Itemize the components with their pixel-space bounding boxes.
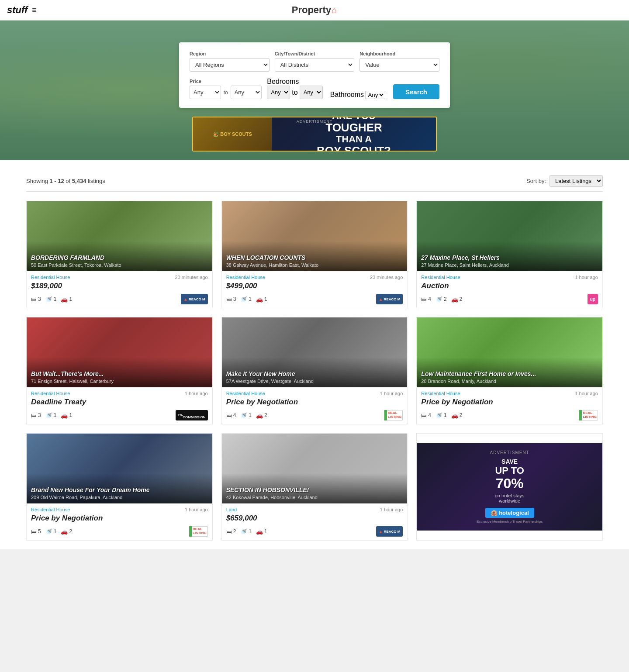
hero-ad-banner[interactable]: ADVERTISMENT 🏕️ BOY SCOUTS ARE YOU TOUGH… — [192, 117, 437, 152]
property-type: Residential House — [31, 391, 70, 396]
stuff-logo[interactable]: stuff — [7, 4, 28, 16]
features-list: 🛏 4 🚿 2 🚗 2 — [421, 296, 462, 303]
sort-area: Sort by: Latest Listings — [526, 175, 603, 187]
bath-icon: 🚿 — [240, 296, 247, 303]
garage-count: 2 — [460, 296, 463, 302]
property-features: 🛏 4 🚿 2 🚗 2 up — [421, 294, 598, 304]
baths-feature: 🚿 1 — [240, 412, 252, 419]
agent-logo: REALLISTING — [189, 526, 208, 537]
property-logo-text: Property — [292, 4, 331, 16]
hotelogical-ad[interactable]: ADVERTISMENT SAVE UP TO 70% on hotel sta… — [417, 443, 602, 531]
garage-icon: 🚗 — [451, 412, 458, 419]
city-select[interactable]: All Districts — [275, 58, 355, 72]
property-type: Land — [226, 507, 237, 512]
property-address-overlay: 209 Old Wairoa Road, Papakura, Auckland — [31, 495, 208, 500]
property-features: 🛏 4 🚿 1 🚗 2 REALLISTING — [421, 410, 598, 420]
property-type: Residential House — [421, 275, 460, 280]
city-label: City/Town/District — [275, 51, 355, 56]
price-field: Price Any to Any — [190, 79, 262, 99]
baths-count: 1 — [249, 412, 252, 418]
property-title: BORDERING FARMLAND — [31, 254, 208, 262]
property-time: 1 hour ago — [380, 391, 403, 396]
bed-to-label: to — [292, 89, 297, 96]
property-card[interactable]: BORDERING FARMLAND 50 East Parkdale Stre… — [26, 201, 213, 308]
price-to-select[interactable]: Any — [231, 86, 262, 99]
garage-count: 1 — [69, 296, 72, 302]
property-card[interactable]: SECTION IN HOBSONVILLE! 42 Kokowai Parad… — [221, 433, 408, 541]
property-image: BORDERING FARMLAND 50 East Parkdale Stre… — [27, 201, 212, 271]
property-logo[interactable]: Property ⌂ — [292, 4, 338, 16]
property-meta: Residential House 1 hour ago — [421, 391, 598, 396]
property-address-overlay: 28 Brandon Road, Manly, Auckland — [421, 379, 598, 384]
search-button[interactable]: Search — [393, 84, 439, 99]
property-meta: Land 1 hour ago — [226, 507, 403, 512]
property-info: Residential House 23 minutes ago $499,00… — [222, 271, 408, 308]
garage-feature: 🚗 2 — [451, 296, 463, 303]
garage-count: 1 — [264, 296, 267, 302]
price-label: Price — [190, 79, 262, 84]
agent-logo: ▲REACO M — [181, 294, 208, 304]
property-price: $659,000 — [226, 514, 403, 523]
agent-logo: REALLISTING — [384, 410, 403, 420]
price-from-select[interactable]: Any — [190, 86, 221, 99]
garage-icon: 🚗 — [61, 528, 68, 535]
property-title: But Wait...There's More... — [31, 370, 208, 378]
garage-feature: 🚗 1 — [256, 528, 267, 535]
hotel-sub-text: on hotel staysworldwide — [495, 493, 525, 503]
beds-feature: 🛏 4 — [226, 412, 236, 419]
listings-area: Showing 1 - 12 of 5,434 listings Sort by… — [0, 160, 629, 549]
baths-feature: 🚿 2 — [435, 296, 447, 303]
bath-icon: 🚿 — [45, 528, 52, 535]
baths-count: 1 — [249, 528, 252, 534]
hotel-save-text: SAVE UP TO 70% — [495, 458, 524, 491]
beds-feature: 🛏 3 — [31, 412, 41, 419]
property-features: 🛏 3 🚿 1 🚗 1 ▲REACO M — [226, 294, 403, 304]
property-card[interactable]: Brand New House For Your Dream Home 209 … — [26, 433, 213, 541]
property-features: 🛏 5 🚿 1 🚗 2 REALLISTING — [31, 526, 208, 537]
property-time: 1 hour ago — [575, 391, 598, 396]
image-overlay: SECTION IN HOBSONVILLE! 42 Kokowai Parad… — [222, 473, 408, 503]
property-image: But Wait...There's More... 71 Ensign Str… — [27, 317, 212, 387]
search-box: Region All Regions City/Town/District Al… — [179, 42, 450, 108]
property-card[interactable]: Low Maintenance First Home or Inves... 2… — [416, 317, 603, 424]
property-image: 27 Maxine Place, St Heliers 27 Maxine Pl… — [417, 201, 602, 271]
garage-icon: 🚗 — [256, 296, 263, 303]
bathrooms-field: Bathrooms Any — [330, 91, 388, 99]
agent-logo: REALLISTING — [579, 410, 598, 420]
bedrooms-from-select[interactable]: Any — [267, 86, 290, 99]
property-price: $499,000 — [226, 282, 403, 290]
garage-feature: 🚗 2 — [451, 412, 463, 419]
image-overlay: BORDERING FARMLAND 50 East Parkdale Stre… — [27, 241, 212, 271]
neighbourhood-select[interactable]: Value — [359, 58, 439, 72]
property-price: $189,000 — [31, 282, 208, 290]
property-card[interactable]: Make It Your New Home 57A Westgate Drive… — [221, 317, 408, 424]
bed-icon: 🛏 — [421, 412, 427, 419]
header-center: Property ⌂ — [292, 4, 338, 16]
image-overlay: Brand New House For Your Dream Home 209 … — [27, 473, 212, 503]
sort-select[interactable]: Latest Listings — [550, 175, 603, 187]
agent-logo: ▲REACO M — [376, 294, 403, 304]
property-card[interactable]: 27 Maxine Place, St Heliers 27 Maxine Pl… — [416, 201, 603, 308]
property-info: Residential House 1 hour ago Price by Ne… — [27, 503, 212, 540]
hamburger-menu[interactable]: ≡ — [32, 6, 37, 15]
region-select[interactable]: All Regions — [190, 58, 270, 72]
ad-line3: THAN A — [317, 134, 391, 145]
property-time: 23 minutes ago — [370, 275, 403, 280]
baths-feature: 🚿 1 — [240, 296, 252, 303]
advertisment-label: ADVERTISMENT — [490, 450, 529, 455]
property-address-overlay: 42 Kokowai Parade, Hobsonville, Auckland — [226, 495, 403, 500]
baths-feature: 🚿 1 — [45, 412, 57, 419]
garage-icon: 🚗 — [61, 412, 68, 419]
property-price: Price by Negotiation — [421, 398, 598, 407]
bedrooms-to-select[interactable]: Any — [300, 86, 323, 99]
property-features: 🛏 4 🚿 1 🚗 2 REALLISTING — [226, 410, 403, 420]
beds-feature: 🛏 3 — [31, 296, 41, 303]
property-card[interactable]: But Wait...There's More... 71 Ensign Str… — [26, 317, 213, 424]
property-type: Residential House — [31, 275, 70, 280]
property-card[interactable]: WHEN LOCATION COUNTS 38 Galway Avenue, H… — [221, 201, 408, 308]
ad-line4: BOY SCOUT? — [317, 145, 391, 152]
bathrooms-select[interactable]: Any — [366, 91, 385, 99]
hotel-tagline: Exclusive Membership Travel Partnerships — [477, 520, 543, 524]
features-list: 🛏 3 🚿 1 🚗 1 — [31, 412, 72, 419]
property-info: Land 1 hour ago $659,000 🛏 2 🚿 1 🚗 — [222, 503, 408, 540]
